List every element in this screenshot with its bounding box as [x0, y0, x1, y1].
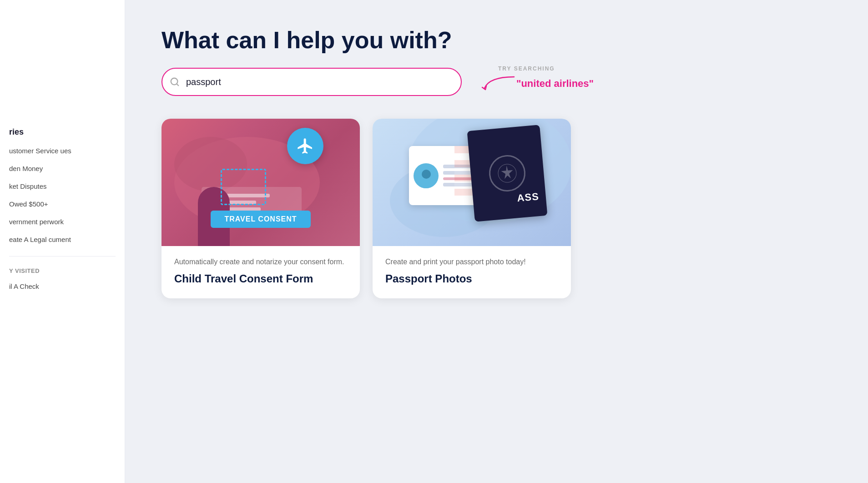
travel-consent-badge: TRAVEL CONSENT [211, 211, 311, 228]
svg-point-11 [419, 181, 434, 188]
card-travel-consent-title: Child Travel Consent Form [174, 272, 347, 286]
try-searching-hint: TRY SEARCHING "united airlines" [480, 65, 594, 93]
sidebar-categories-title: ries [9, 127, 116, 137]
sidebar-recently-visited-title: y Visited [9, 267, 116, 274]
passport-avatar-icon [414, 163, 439, 188]
sidebar: ries ustomer Service ues den Money ket D… [0, 0, 125, 483]
card-travel-consent[interactable]: TRAVEL CONSENT Automatically create and … [161, 119, 360, 298]
svg-line-1 [177, 84, 178, 86]
passport-book: ASS [467, 125, 548, 222]
main-content: What can I help you with? TRY SEARCHING [125, 0, 868, 483]
cards-grid: TRAVEL CONSENT Automatically create and … [161, 119, 571, 298]
card-passport-description: Create and print your passport photo tod… [385, 257, 558, 267]
try-searching-label: TRY SEARCHING [498, 65, 594, 72]
search-container [161, 68, 462, 96]
sidebar-item-create-legal[interactable]: eate A Legal cument [9, 234, 116, 245]
sidebar-divider [9, 256, 116, 257]
plane-circle [287, 128, 323, 164]
sidebar-item-hidden-money[interactable]: den Money [9, 163, 116, 174]
arrow-hint-icon [480, 75, 516, 93]
passport-seal-icon [495, 161, 520, 186]
card-passport-title: Passport Photos [385, 272, 558, 286]
search-icon [170, 77, 180, 87]
card-travel-consent-image: TRAVEL CONSENT [161, 119, 360, 246]
sidebar-item-owed-money[interactable]: Owed $500+ [9, 198, 116, 210]
card-travel-consent-description: Automatically create and notarize your c… [174, 257, 347, 267]
sidebar-item-customer-service[interactable]: ustomer Service ues [9, 145, 116, 156]
search-input[interactable] [161, 68, 462, 96]
card-passport-body: Create and print your passport photo tod… [373, 246, 571, 298]
try-searching-value[interactable]: "united airlines" [516, 78, 594, 90]
dotted-selection [221, 169, 266, 205]
card-passport-image: ASS [373, 119, 571, 246]
svg-point-10 [422, 170, 431, 179]
card-passport-photos[interactable]: ASS Create and print your passport photo… [373, 119, 571, 298]
sidebar-item-market-disputes[interactable]: ket Disputes [9, 181, 116, 192]
card-travel-consent-body: Automatically create and notarize your c… [161, 246, 360, 298]
passport-seal [488, 154, 527, 193]
sidebar-item-mail-check[interactable]: il A Check [9, 281, 116, 292]
passport-book-label: ASS [517, 191, 540, 204]
sidebar-item-government-paperwork[interactable]: vernment perwork [9, 216, 116, 227]
page-title: What can I help you with? [161, 27, 832, 53]
plane-icon [296, 137, 314, 155]
